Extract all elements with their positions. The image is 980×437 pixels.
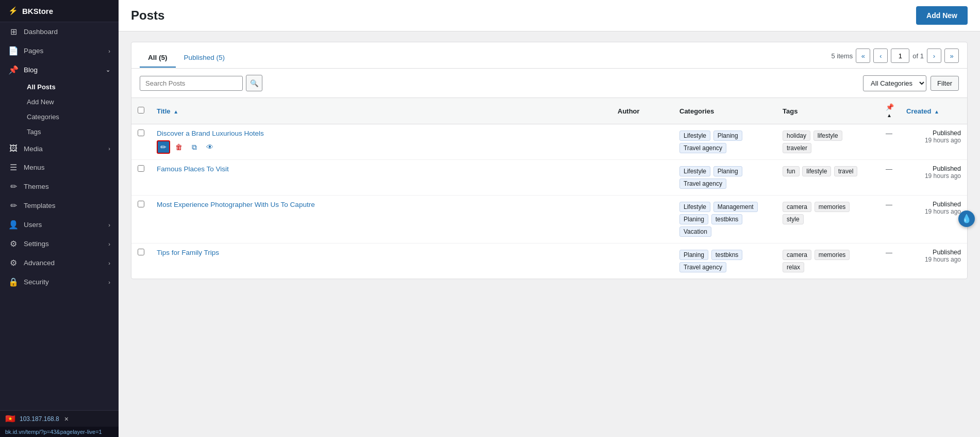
th-created[interactable]: Created ▲ [900,98,967,124]
row-author-cell [611,244,673,279]
sidebar-item-all-posts[interactable]: All Posts [23,79,119,94]
tag-badge[interactable]: fun [783,166,800,176]
row-title-cell: Most Experience Photographer With Us To … [151,196,611,244]
row-tags-cell: camera memories style [776,196,879,244]
row-checkbox[interactable] [138,201,144,207]
sidebar-item-security[interactable]: 🔒 Security › [0,272,119,292]
category-badge[interactable]: Planing [713,166,742,176]
row-created-cell: Published 19 hours ago [900,124,967,160]
row-tags-cell: holiday lifestyle traveler [776,124,879,160]
sidebar-item-categories[interactable]: Categories [23,109,119,124]
edit-button[interactable]: ✏ [157,140,170,154]
pagination-prev-button[interactable]: ‹ [873,48,888,63]
search-icon: 🔍 [250,79,259,87]
tag-badge[interactable]: holiday [783,131,810,141]
category-badge[interactable]: Management [713,202,758,212]
add-new-button[interactable]: Add New [916,6,968,25]
row-tags-cell: fun lifestyle travel [776,160,879,196]
tab-published[interactable]: Published (5) [176,50,234,68]
sidebar-item-dashboard[interactable]: ⊞ Dashboard [0,22,119,41]
post-title-link[interactable]: Famous Places To Visit [157,165,229,173]
sidebar-item-label: Themes [24,183,49,190]
category-filter-select[interactable]: All Categories [863,75,926,91]
topbar: Posts Add New [119,0,980,31]
row-actions: ✏ 🗑 ⧉ 👁 [157,140,605,154]
sidebar-item-settings[interactable]: ⚙ Settings › [0,234,119,253]
tag-badge[interactable]: traveler [783,143,811,153]
water-drop-button[interactable]: 💧 [958,211,975,227]
tag-badge[interactable]: lifestyle [813,131,842,141]
flag-icon: 🇻🇳 [5,414,15,424]
sidebar-item-media[interactable]: 🖼 Media › [0,139,119,158]
tag-badge[interactable]: travel [834,166,857,176]
sidebar-item-advanced[interactable]: ⚙ Advanced › [0,253,119,272]
row-checkbox[interactable] [138,165,144,172]
tab-all[interactable]: All (5) [140,50,176,68]
icon-sort-arrow: ▲ [887,112,892,118]
posts-table: Title ▲ Author Categories Tags 📌 ▲ Creat… [131,98,967,279]
category-badge[interactable]: Planing [679,214,708,224]
sidebar-logo: ⚡ BKStore [0,0,119,22]
category-badge[interactable]: Travel agency [679,143,726,153]
select-all-checkbox[interactable] [138,107,144,114]
search-left: 🔍 [140,75,262,91]
row-author-cell [611,196,673,244]
row-checkbox[interactable] [138,130,144,136]
pages-icon: 📄 [8,46,19,56]
sidebar-item-pages[interactable]: 📄 Pages › [0,41,119,60]
post-title-link[interactable]: Most Experience Photographer With Us To … [157,201,315,208]
post-status: Published [906,130,961,137]
tag-badge[interactable]: camera [783,202,811,212]
category-badge[interactable]: Planing [679,250,708,260]
pagination-first-button[interactable]: « [856,48,870,63]
sidebar-item-menus[interactable]: ☰ Menus [0,158,119,177]
pagination-page-input[interactable] [891,48,909,63]
tag-badge[interactable]: style [783,214,804,224]
filter-button[interactable]: Filter [931,76,959,91]
category-badge[interactable]: Lifestyle [679,202,710,212]
sidebar-item-tags[interactable]: Tags [23,124,119,139]
tag-badge[interactable]: memories [815,202,850,212]
category-badge[interactable]: Lifestyle [679,166,710,176]
close-ip-button[interactable]: × [64,415,69,423]
sidebar-item-label: Settings [24,240,49,248]
category-badge[interactable]: Planing [713,131,742,141]
pagination-next-button[interactable]: › [927,48,941,63]
sidebar-item-label: Blog [24,66,38,74]
search-button[interactable]: 🔍 [246,75,262,91]
category-badge[interactable]: Lifestyle [679,131,710,141]
search-input[interactable] [140,76,243,91]
post-time: 19 hours ago [906,208,961,215]
delete-button[interactable]: 🗑 [172,140,186,154]
post-title-link[interactable]: Tips for Family Trips [157,249,219,256]
posts-table-container: All (5) Published (5) 5 items « ‹ of 1 ›… [131,42,968,279]
category-badge[interactable]: Vacation [679,226,711,237]
th-title[interactable]: Title ▲ [151,98,611,124]
page-title: Posts [131,8,164,23]
category-badge[interactable]: Travel agency [679,262,726,272]
view-button[interactable]: 👁 [203,140,217,154]
items-count: 5 items [831,52,853,60]
category-badge[interactable]: Travel agency [679,179,726,189]
sidebar-item-themes[interactable]: ✏ Themes [0,177,119,196]
chevron-right-icon: › [108,279,110,285]
post-title-link[interactable]: Discover a Brand Luxurious Hotels [157,130,264,137]
row-checkbox[interactable] [138,249,144,255]
tabs-list: All (5) Published (5) [140,50,233,67]
tag-badge[interactable]: lifestyle [802,166,831,176]
row-author-cell [611,124,673,160]
category-badge[interactable]: testbkns [711,214,743,224]
chevron-right-icon: › [108,260,110,266]
tag-badge[interactable]: camera [783,250,811,260]
sidebar-item-users[interactable]: 👤 Users › [0,215,119,234]
tag-badge[interactable]: memories [815,250,850,260]
post-status: Published [906,201,961,208]
pagination-last-button[interactable]: » [944,48,959,63]
sidebar-item-add-new[interactable]: Add New [23,94,119,109]
row-created-cell: Published 19 hours ago [900,244,967,279]
tag-badge[interactable]: relax [783,262,804,272]
sidebar-item-templates[interactable]: ✏ Templates [0,196,119,215]
sidebar-item-blog[interactable]: 📌 Blog ⌄ [0,60,119,79]
category-badge[interactable]: testbkns [711,250,743,260]
copy-button[interactable]: ⧉ [188,140,201,154]
